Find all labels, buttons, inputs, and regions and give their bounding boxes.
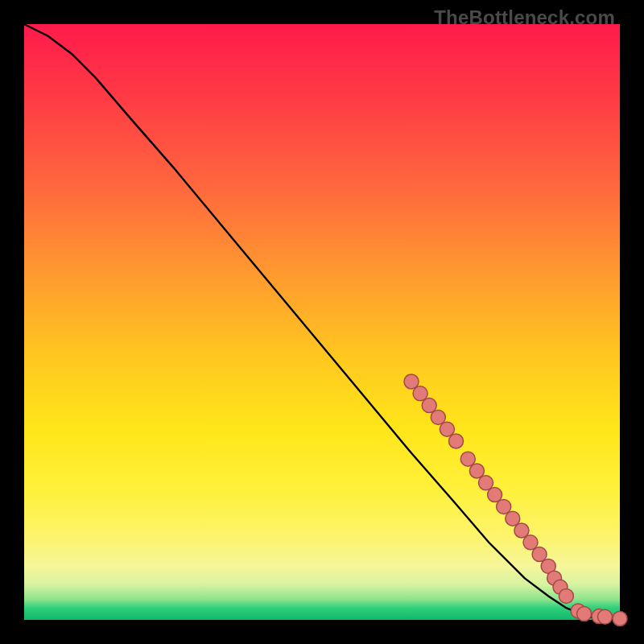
data-point: [422, 398, 436, 413]
curve-line: [24, 24, 620, 619]
data-point: [532, 547, 547, 562]
data-point: [413, 386, 427, 401]
data-point: [523, 535, 538, 550]
data-point: [460, 452, 475, 466]
data-point: [598, 609, 613, 624]
data-point: [488, 488, 502, 502]
data-point: [469, 464, 484, 478]
data-point: [506, 511, 520, 526]
data-point: [440, 422, 454, 436]
chart-overlay: [24, 24, 620, 620]
data-point: [514, 523, 529, 538]
data-point: [559, 588, 573, 603]
data-point: [497, 499, 511, 514]
chart-frame: TheBottleneck.com: [0, 0, 644, 644]
data-point: [577, 607, 592, 621]
data-point: [613, 612, 627, 626]
data-point: [449, 434, 464, 448]
data-point: [479, 476, 493, 490]
data-point: [431, 410, 445, 424]
curve-markers: [404, 374, 627, 626]
data-point: [404, 374, 419, 389]
